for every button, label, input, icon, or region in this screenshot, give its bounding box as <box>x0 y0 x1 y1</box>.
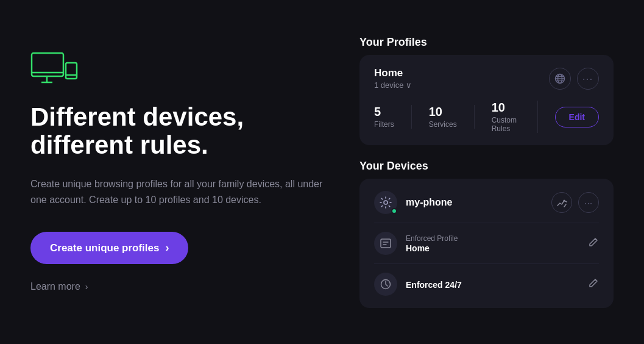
devices-section-title: Your Devices <box>359 160 614 173</box>
enforced-profile-row: Enforced Profile Home <box>374 223 599 264</box>
gear-icon <box>380 196 392 209</box>
services-value: 10 <box>429 105 457 119</box>
device-card: my-phone · <box>359 179 614 308</box>
enforced-profile-icon <box>380 237 392 249</box>
description: Create unique browsing profiles for all … <box>30 176 323 207</box>
more-options-button[interactable]: ··· <box>577 68 599 90</box>
enforced-time-row: Enforced 24/7 <box>374 264 599 296</box>
device-count-chevron-icon: ∨ <box>406 81 412 90</box>
enforced-time-value: Enforced 24/7 <box>406 280 462 290</box>
profile-card: Home 1 device ∨ <box>359 55 614 145</box>
edit-time-icon <box>588 278 599 288</box>
enforced-profile-text: Enforced Profile Home <box>406 234 458 253</box>
chart-icon <box>557 198 567 208</box>
filters-value: 5 <box>374 105 394 119</box>
services-stat: 10 Services <box>429 105 475 129</box>
svg-point-12 <box>563 199 565 201</box>
more-icon: ··· <box>582 74 593 84</box>
learn-more-button[interactable]: Learn more › <box>30 281 323 292</box>
edit-enforced-profile-button[interactable] <box>588 237 599 251</box>
edit-icon <box>588 237 599 248</box>
globe-icon <box>554 73 565 84</box>
profile-device-count: 1 device ∨ <box>374 81 412 90</box>
profile-card-icon <box>374 232 397 255</box>
online-indicator <box>391 208 397 214</box>
svg-rect-15 <box>381 239 391 248</box>
profiles-section-title: Your Profiles <box>359 36 614 49</box>
svg-point-11 <box>384 201 387 204</box>
svg-line-14 <box>564 204 566 207</box>
custom-rules-label: Custom Rules <box>492 116 520 133</box>
custom-rules-stat: 10 Custom Rules <box>492 101 538 133</box>
device-left: my-phone <box>374 191 452 214</box>
create-profiles-button[interactable]: Create unique profiles › <box>30 232 188 264</box>
globe-icon-button[interactable] <box>549 68 571 90</box>
clock-icon <box>380 278 392 290</box>
device-count-text: 1 device <box>374 81 403 90</box>
edit-profile-button[interactable]: Edit <box>555 107 599 127</box>
cta-chevron-icon: › <box>165 242 169 254</box>
svg-rect-4 <box>66 63 77 79</box>
filters-label: Filters <box>374 120 394 129</box>
cta-label: Create unique profiles <box>50 242 159 254</box>
enforced-profile-left: Enforced Profile Home <box>374 232 458 255</box>
main-container: Different devices, different rules. Crea… <box>0 0 644 344</box>
profiles-section: Your Profiles Home 1 device ∨ <box>359 36 614 145</box>
devices-icon <box>30 52 79 88</box>
devices-section: Your Devices my-phone <box>359 160 614 308</box>
profile-name: Home <box>374 67 412 79</box>
device-action-icons: ··· <box>551 192 599 213</box>
edit-enforced-time-button[interactable] <box>588 278 599 292</box>
device-name: my-phone <box>406 197 452 208</box>
device-more-icon: ··· <box>584 198 593 207</box>
custom-rules-value: 10 <box>492 101 520 115</box>
device-main-row: my-phone · <box>374 191 599 223</box>
profile-header: Home 1 device ∨ <box>374 67 599 90</box>
right-panel: Your Profiles Home 1 device ∨ <box>359 36 614 308</box>
learn-more-chevron-icon: › <box>85 282 88 292</box>
device-chart-button[interactable] <box>551 192 572 213</box>
device-more-button[interactable]: ··· <box>578 192 599 213</box>
left-panel: Different devices, different rules. Crea… <box>30 52 323 293</box>
enforced-profile-value: Home <box>406 243 458 253</box>
enforced-profile-label: Enforced Profile <box>406 234 458 243</box>
filters-stat: 5 Filters <box>374 105 412 129</box>
profile-name-block: Home 1 device ∨ <box>374 67 412 90</box>
clock-icon-container <box>374 273 397 296</box>
profile-stats-row: 5 Filters 10 Services 10 Custom Rules Ed… <box>374 101 599 133</box>
services-label: Services <box>429 120 457 129</box>
profile-action-icons: ··· <box>549 68 599 90</box>
enforced-time-left: Enforced 24/7 <box>374 273 462 296</box>
learn-more-label: Learn more <box>30 281 80 292</box>
headline: Different devices, different rules. <box>30 103 323 159</box>
device-avatar <box>374 191 397 214</box>
